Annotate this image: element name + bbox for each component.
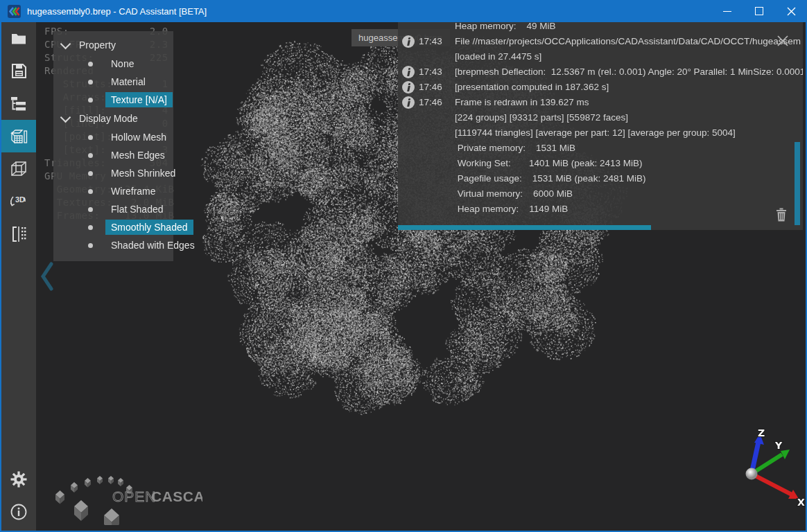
log-message: 17:43File //master/projects/OCCApplicati… xyxy=(398,34,803,49)
logo-text-open: OPEN xyxy=(112,488,157,504)
cad-assistant-window: hugeassembly0.brep - CAD Assistant [BETA… xyxy=(0,0,807,532)
menu-item[interactable]: None xyxy=(53,55,173,73)
menu-section-label: Property xyxy=(79,39,116,51)
bullet-icon xyxy=(88,98,93,103)
bullet-icon xyxy=(88,225,93,230)
menu-item-label: Hollow Mesh xyxy=(105,130,172,145)
menu-item[interactable]: Wireframe xyxy=(53,182,173,200)
sidebar-item-view-cube[interactable] xyxy=(1,152,36,185)
close-button[interactable] xyxy=(775,0,807,22)
menu-item[interactable]: Smoothly Shaded xyxy=(53,218,173,236)
log-message: 17:46Frame is redrawn in 139.627 ms xyxy=(398,95,803,110)
sidebar-item-display-params[interactable] xyxy=(1,120,36,152)
log-timestamp: 17:46 xyxy=(419,95,455,110)
axis-z-label: Z xyxy=(758,427,765,438)
log-line: Pagefile usage: 1531 MiB (peak: 2481 MiB… xyxy=(455,171,803,186)
tree-icon xyxy=(10,96,28,112)
chevron-down-icon xyxy=(60,112,71,123)
log-content: Heap memory: 49 MiB17:43File //master/pr… xyxy=(398,22,803,217)
log-timestamp: 17:43 xyxy=(419,64,455,80)
log-line: Working Set: 1401 MiB (peak: 2413 MiB) xyxy=(455,156,803,171)
menu-item-label: Flat Shaded xyxy=(105,202,169,217)
menu-item[interactable]: Hollow Mesh xyxy=(53,128,173,146)
menu-item-label: Texture [N/A] xyxy=(105,92,173,107)
log-line: [loaded in 27.4475 s] xyxy=(455,49,803,64)
log-timestamp: 17:46 xyxy=(419,80,455,95)
gear-icon xyxy=(10,470,28,488)
log-close-button[interactable] xyxy=(775,33,790,48)
log-line: Frame is redrawn in 139.627 ms xyxy=(455,95,803,110)
log-clear-button[interactable] xyxy=(775,208,788,222)
axis-y-label: Y xyxy=(774,440,783,451)
menu-item-label: Shaded with Edges xyxy=(105,238,200,253)
display-context-menu: PropertyNoneMaterialTexture [N/A]Display… xyxy=(53,31,173,261)
sidebar-item-settings[interactable] xyxy=(1,463,36,495)
opencascade-logo: OPEN CASCADE xyxy=(43,475,202,525)
menu-item-label: Smoothly Shaded xyxy=(105,220,193,235)
log-scrollbar-thumb[interactable] xyxy=(795,142,800,225)
mesh-params-icon xyxy=(9,127,28,145)
bullet-icon xyxy=(88,243,93,248)
info-icon xyxy=(10,503,28,521)
menu-section-header[interactable]: Property xyxy=(53,35,173,55)
sidebar-item-open-file[interactable] xyxy=(1,22,36,55)
axis-x-arrow xyxy=(752,474,799,499)
sidebar-item-model-tree[interactable] xyxy=(1,87,36,120)
close-icon xyxy=(787,7,796,16)
menu-item[interactable]: Material xyxy=(53,73,173,91)
menu-item-label: None xyxy=(105,56,139,71)
log-message: 17:46[presentation computed in 187.362 s… xyxy=(398,80,803,95)
log-line: Heap memory: 1149 MiB xyxy=(455,202,803,217)
menu-item[interactable]: Texture [N/A] xyxy=(53,91,173,109)
log-message: 17:43[brepmesh Deflection: 12.5367 m (re… xyxy=(398,64,803,80)
menu-item[interactable]: Flat Shaded xyxy=(53,200,173,218)
log-line: Virtual memory: 6000 MiB xyxy=(455,186,803,202)
bullet-icon xyxy=(88,153,93,158)
menu-item[interactable]: Mesh Shrinked xyxy=(53,164,173,182)
maximize-icon xyxy=(755,7,763,15)
app-icon[interactable] xyxy=(8,5,21,18)
chevron-down-icon xyxy=(60,38,71,49)
clipping-icon xyxy=(10,225,28,243)
info-icon xyxy=(402,66,415,78)
info-icon xyxy=(402,96,415,109)
close-icon xyxy=(778,36,788,46)
bullet-icon xyxy=(88,80,93,85)
log-line: [presentation computed in 187.362 s] xyxy=(455,80,803,95)
bullet-icon xyxy=(88,135,93,140)
sidebar-item-rotate-3d[interactable]: 3D xyxy=(1,185,36,218)
minimize-button[interactable] xyxy=(711,0,743,22)
log-line: Private memory: 1531 MiB xyxy=(455,141,803,156)
sidebar-item-about[interactable] xyxy=(1,495,36,528)
sidebar-toolbar: 3D xyxy=(1,22,36,531)
menu-section-label: Display Mode xyxy=(79,113,138,124)
menu-item[interactable]: Shaded with Edges xyxy=(53,236,173,254)
wireframe-cube-icon xyxy=(10,160,28,178)
menu-item-label: Mesh Shrinked xyxy=(105,166,181,181)
menu-item[interactable]: Mesh Edges xyxy=(53,146,173,164)
svg-text:3D: 3D xyxy=(15,195,25,204)
window-title: hugeassembly0.brep - CAD Assistant [BETA… xyxy=(27,6,207,17)
log-line: File //master/projects/OCCApplications/C… xyxy=(455,34,803,49)
log-line: [1119744 triangles] [average per part: 1… xyxy=(455,125,803,141)
panel-collapse-chevron[interactable] xyxy=(40,262,54,291)
titlebar: hugeassembly0.brep - CAD Assistant [BETA… xyxy=(0,0,807,22)
info-icon xyxy=(402,35,415,48)
rotate-3d-icon: 3D xyxy=(9,193,28,211)
axis-origin-sphere xyxy=(746,468,758,480)
save-icon xyxy=(10,62,28,80)
log-line: [brepmesh Deflection: 12.5367 m (rel.: 0… xyxy=(455,64,803,80)
axis-x-label: X xyxy=(797,497,805,508)
minimize-icon xyxy=(723,11,731,12)
folder-icon xyxy=(10,30,28,48)
bullet-icon xyxy=(88,171,93,176)
maximize-button[interactable] xyxy=(743,0,775,22)
menu-item-label: Mesh Edges xyxy=(105,148,171,163)
sidebar-item-clipping-planes[interactable] xyxy=(1,218,36,250)
menu-section-header[interactable]: Display Mode xyxy=(53,109,173,128)
sidebar-item-save[interactable] xyxy=(1,55,36,87)
logo-text-cascade: CASCADE xyxy=(151,488,202,504)
log-line: [224 groups] [93312 parts] [559872 faces… xyxy=(455,110,803,125)
chevron-left-icon xyxy=(43,264,51,289)
menu-item-label: Wireframe xyxy=(105,184,162,199)
